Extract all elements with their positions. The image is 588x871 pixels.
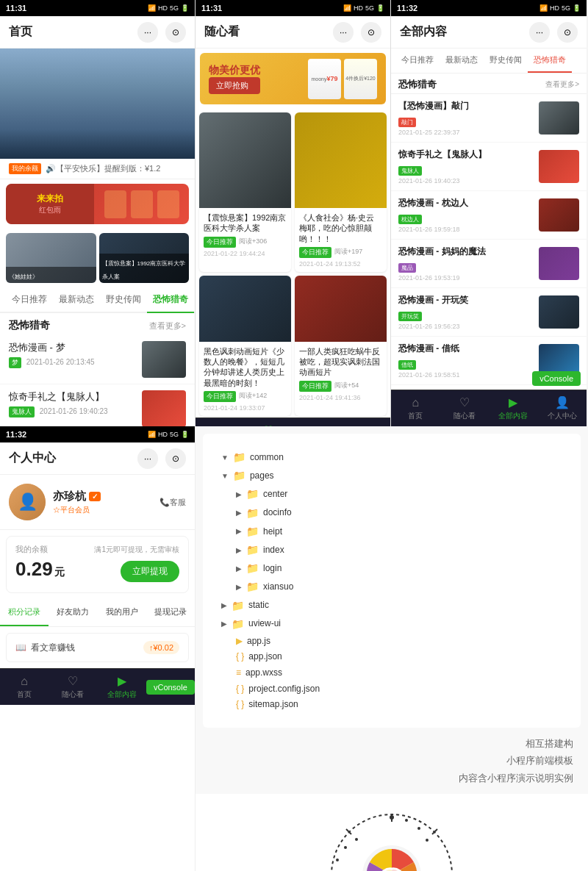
file-docinfo[interactable]: ▶ 📁 docinfo xyxy=(221,504,562,523)
article-content-1: 恐怖漫画 - 梦 梦 2021-01-26 20:13:45 xyxy=(9,341,136,368)
red-packet-banner[interactable]: 来来拍 红包雨 xyxy=(6,184,189,224)
content-card-2[interactable]: 《人食社会》杨·史云梅耶，吃的心惊胆颠哟！！！ 今日推荐 阅读+197 2021… xyxy=(295,112,387,272)
file-appwxss[interactable]: ≡ app.wxss xyxy=(221,665,562,681)
random-icon-3: ♡ xyxy=(459,395,470,409)
file-heipt[interactable]: ▶ 📁 heipt xyxy=(221,523,562,541)
folder-icon-static: 📁 xyxy=(232,597,244,615)
ad-btn[interactable]: 立即抢购 xyxy=(209,77,260,94)
card-body-1: 【震惊悬案】1992南京医科大学杀人案 今日推荐 阅读+306 2021-01-… xyxy=(199,208,291,262)
arrow-common: ▼ xyxy=(221,451,229,465)
json-icon-project: { } xyxy=(236,681,244,698)
file-tree-container: ▼ 📁 common ▼ 📁 pages ▶ 📁 center ▶ xyxy=(203,434,581,728)
customer-service[interactable]: 📞客服 xyxy=(159,497,186,508)
nav-random-3[interactable]: ♡ 随心看 xyxy=(440,395,490,421)
file-static[interactable]: ▶ 📁 static xyxy=(221,597,562,615)
red-packet-left: 来来拍 红包雨 xyxy=(6,184,94,224)
nav-home-4[interactable]: ⌂ 首页 xyxy=(0,675,49,700)
hero-image xyxy=(0,49,195,159)
search-btn-1[interactable]: ⊙ xyxy=(165,22,186,43)
file-sitemap[interactable]: { } sitemap.json xyxy=(221,697,562,713)
search-btn-2[interactable]: ⊙ xyxy=(361,22,381,43)
file-center[interactable]: ▶ 📁 center xyxy=(221,485,562,503)
list-article-thumb-4 xyxy=(539,247,579,280)
file-login[interactable]: ▶ 📁 login xyxy=(221,559,562,578)
file-tree: ▼ 📁 common ▼ 📁 pages ▶ 📁 center ▶ xyxy=(210,441,573,720)
tab-latest[interactable]: 最新动态 xyxy=(53,287,100,312)
list-article-3[interactable]: 恐怖漫画 - 枕边人 枕边人 2021-01-26 19:59:18 xyxy=(391,191,587,240)
nav-home-2[interactable]: ⌂ 首页 xyxy=(196,424,244,427)
profile-more-btn[interactable]: ··· xyxy=(137,448,158,469)
article-meta-2: 鬼脉人 2021-01-26 19:40:23 xyxy=(9,406,136,417)
vconsole-btn-3[interactable]: vConsole xyxy=(532,371,581,386)
content-card-4[interactable]: 一部人类疯狂吃蜗牛反被吃，超现实讽刺法国动画短片 今日推荐 阅读+54 2021… xyxy=(295,276,387,416)
ad-banner[interactable]: 物美价更优 立即抢购 moony ¥79 4件换后¥120 xyxy=(200,53,386,104)
list-article-meta-1: 2021-01-25 22:39:37 xyxy=(398,129,533,136)
platform-notice[interactable]: 我的余额 🔊【平安快乐】提醒到版：¥1.2 xyxy=(0,159,195,179)
more-btn-2[interactable]: ··· xyxy=(333,22,354,43)
profile-search-btn[interactable]: ⊙ xyxy=(165,448,186,469)
full-tab-horror[interactable]: 恐怖猎奇 xyxy=(528,49,572,73)
nav-random-2[interactable]: ♡ 随心看 xyxy=(244,423,293,426)
profile-info: 亦珍杭 ✓ ☆平台会员 xyxy=(53,490,152,515)
file-xiansuo[interactable]: ▶ 📁 xiansuo xyxy=(221,578,562,596)
list-article-1[interactable]: 【恐怖漫画】敲门 敲门 2021-01-25 22:39:37 xyxy=(391,94,587,143)
earn-card[interactable]: 📖 看文章赚钱 ↑¥0.02 xyxy=(6,633,189,662)
profile-nav-title: 个人中心 xyxy=(9,451,56,466)
small-card-1[interactable]: 《她娃娃》 xyxy=(6,233,96,283)
nav-all-2[interactable]: ▶ 全部内容 xyxy=(293,423,342,426)
file-uviewui[interactable]: ▶ 📁 uview-ui xyxy=(221,615,562,634)
nav-all-3[interactable]: ▶ 全部内容 xyxy=(489,395,538,421)
file-index[interactable]: ▶ 📁 index xyxy=(221,541,562,559)
file-projectconfig[interactable]: { } project.config.json xyxy=(221,681,562,698)
full-tab-today[interactable]: 今日推荐 xyxy=(395,49,440,73)
more-btn-3[interactable]: ··· xyxy=(529,22,550,43)
full-tab-latest[interactable]: 最新动态 xyxy=(440,49,484,73)
action-tab-users[interactable]: 我的用户 xyxy=(98,599,146,626)
folder-name-heipt: heipt xyxy=(263,524,282,540)
article-item-2[interactable]: 惊奇手礼之【鬼脉人】 鬼脉人 2021-01-26 19:40:23 xyxy=(0,384,195,426)
content-grid: 【震惊悬案】1992南京医科大学杀人案 今日推荐 阅读+306 2021-01-… xyxy=(196,109,390,417)
vconsole-btn-4[interactable]: vConsole xyxy=(146,680,195,695)
card-tags-1: 今日推荐 阅读+306 xyxy=(204,237,287,248)
card-tags-2: 今日推荐 阅读+197 xyxy=(299,247,382,258)
nav-vconsole-4[interactable]: vConsole xyxy=(146,680,195,695)
content-card-1[interactable]: 【震惊悬案】1992南京医科大学杀人案 今日推荐 阅读+306 2021-01-… xyxy=(199,112,291,272)
see-more-1[interactable]: 查看更多> xyxy=(149,320,186,331)
action-tab-withdraw[interactable]: 提现记录 xyxy=(146,599,195,626)
small-card-1-text: 《她娃娃》 xyxy=(9,273,38,280)
article-item-1[interactable]: 恐怖漫画 - 梦 梦 2021-01-26 20:13:45 xyxy=(0,335,195,384)
action-tab-points[interactable]: 积分记录 xyxy=(0,599,49,626)
tab-horror[interactable]: 恐怖猎奇 xyxy=(147,287,194,312)
file-appjson[interactable]: { } app.json xyxy=(221,649,562,665)
nav-profile-3[interactable]: 👤 个人中心 xyxy=(538,395,587,421)
list-section-more[interactable]: 查看更多> xyxy=(545,79,579,90)
list-article-2[interactable]: 惊奇手礼之【鬼脉人】 鬼脉人 2021-01-26 19:40:23 xyxy=(391,143,587,191)
tab-home[interactable]: 今日推荐 xyxy=(6,287,53,312)
list-article-4[interactable]: 恐怖漫画 - 妈妈的魔法 魔品 2021-01-26 19:53:19 xyxy=(391,240,587,288)
more-btn-1[interactable]: ··· xyxy=(137,22,158,43)
file-pages[interactable]: ▼ 📁 pages xyxy=(221,467,562,485)
folder-icon-common: 📁 xyxy=(233,448,245,467)
list-article-5[interactable]: 恐怖漫画 - 开玩笑 开玩笑 2021-01-26 19:56:23 xyxy=(391,288,587,337)
search-btn-3[interactable]: ⊙ xyxy=(557,22,578,43)
list-article-content-3: 恐怖漫画 - 枕边人 枕边人 2021-01-26 19:59:18 xyxy=(398,197,533,233)
svg-point-13 xyxy=(417,827,420,830)
time-4: 11:32 xyxy=(6,430,26,439)
vconsole-float[interactable]: vConsole xyxy=(532,371,581,386)
file-appjs[interactable]: ▶ app.js xyxy=(221,634,562,650)
nav-random-4[interactable]: ♡ 随心看 xyxy=(49,674,97,700)
nav-all-4[interactable]: ▶ 全部内容 xyxy=(98,674,146,700)
small-card-2[interactable]: 【震惊悬案】1992南京医科大学杀人案 xyxy=(99,233,190,283)
full-tab-history[interactable]: 野史传闻 xyxy=(484,49,528,73)
random-label-4: 随心看 xyxy=(62,689,84,700)
nav-home-3[interactable]: ⌂ 首页 xyxy=(391,396,440,421)
nav-title-2: 随心看 xyxy=(204,24,240,40)
folder-name-pages: pages xyxy=(250,468,274,484)
content-card-3[interactable]: 黑色讽刺动画短片《少数人的晚餐》，短短几分钟却讲述人类历史上最黑暗的时刻！ 今日… xyxy=(199,276,291,416)
tab-history[interactable]: 野史传闻 xyxy=(100,287,147,312)
filename-sitemap: sitemap.json xyxy=(248,697,298,713)
filename-appwxss: app.wxss xyxy=(245,665,282,681)
action-tab-friends[interactable]: 好友助力 xyxy=(49,599,97,626)
withdraw-btn[interactable]: 立即提现 xyxy=(121,561,179,582)
file-common[interactable]: ▼ 📁 common xyxy=(221,448,562,467)
